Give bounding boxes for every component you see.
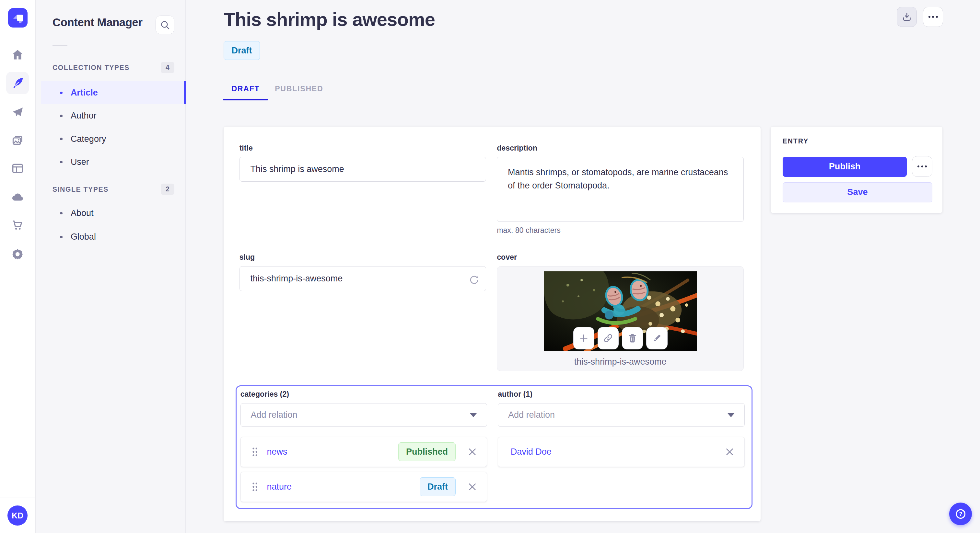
link-icon	[603, 333, 614, 344]
close-x-icon	[468, 447, 477, 457]
edit-form-card: title description Mantis shrimps, or sto…	[224, 127, 760, 521]
section-single-types: SINGLE TYPES	[52, 186, 108, 194]
author-label: author (1)	[498, 390, 533, 399]
remove-relation-button[interactable]	[466, 446, 478, 458]
download-icon	[901, 11, 913, 23]
nav-deploy-cloud[interactable]	[6, 186, 29, 209]
title-field-label: title	[240, 144, 253, 152]
ellipsis-icon	[918, 165, 927, 167]
bullet-icon	[60, 138, 62, 140]
remove-relation-button[interactable]	[466, 481, 478, 493]
publish-button[interactable]: Publish	[783, 157, 907, 177]
sidebar-divider	[52, 45, 67, 46]
close-x-icon	[725, 447, 734, 457]
slug-input[interactable]	[240, 266, 487, 291]
remove-relation-button[interactable]	[724, 446, 736, 458]
relation-status-badge: Published	[398, 443, 456, 461]
categories-add-relation-combobox[interactable]: Add relation	[240, 403, 487, 427]
relation-row-news: news Published	[240, 437, 487, 467]
sidebar-item-category[interactable]: Category	[41, 127, 185, 150]
sidebar-title: Content Manager	[52, 16, 143, 29]
nav-settings[interactable]	[6, 243, 29, 265]
description-textarea[interactable]: Mantis shrimps, or stomatopods, are mari…	[497, 157, 744, 222]
search-button[interactable]	[156, 16, 174, 34]
ellipsis-icon	[929, 16, 938, 18]
settings-gear-icon	[11, 247, 24, 261]
layout-icon	[11, 162, 24, 175]
cover-delete-button[interactable]	[622, 327, 643, 349]
relation-link-nature[interactable]: nature	[267, 482, 292, 492]
chevron-down-icon	[727, 413, 734, 417]
status-badge: Draft	[224, 41, 259, 60]
content-feather-icon	[11, 76, 24, 90]
home-icon	[11, 48, 24, 62]
content-manager-sidebar: Content Manager COLLECTION TYPES 4 Artic…	[36, 0, 186, 533]
more-actions-button[interactable]	[923, 7, 943, 27]
drag-handle-icon[interactable]	[252, 447, 258, 457]
drag-handle-icon[interactable]	[252, 482, 258, 492]
entry-panel-title: ENTRY	[783, 137, 809, 145]
nav-content-type-builder[interactable]	[6, 157, 29, 180]
title-input[interactable]	[240, 157, 487, 182]
plus-icon	[578, 333, 590, 344]
cover-add-button[interactable]	[573, 327, 595, 349]
section-collection-types: COLLECTION TYPES	[52, 64, 130, 71]
cloud-icon	[11, 190, 24, 204]
nav-home[interactable]	[6, 44, 29, 66]
entry-more-button[interactable]	[912, 156, 933, 177]
sidebar-item-user[interactable]: User	[41, 151, 185, 174]
chevron-down-icon	[470, 413, 477, 417]
svg-text:?: ?	[959, 511, 962, 517]
download-button[interactable]	[897, 7, 917, 27]
help-question-icon: ?	[955, 508, 967, 520]
collection-types-count: 4	[161, 62, 174, 73]
sidebar-item-global[interactable]: Global	[41, 225, 185, 248]
regenerate-slug-button[interactable]	[468, 273, 482, 287]
bullet-icon	[60, 212, 62, 215]
bullet-icon	[60, 161, 62, 163]
cart-icon	[11, 219, 24, 232]
cover-actions	[497, 327, 743, 349]
cover-field: this-shrimp-is-awesome	[497, 266, 744, 371]
sidebar-item-author[interactable]: Author	[41, 104, 185, 127]
strapi-app: KD Content Manager COLLECTION TYPES 4 Ar…	[0, 0, 980, 533]
description-hint: max. 80 characters	[497, 226, 561, 235]
categories-label: categories (2)	[240, 390, 289, 399]
relation-link-david-doe[interactable]: David Doe	[511, 447, 552, 457]
search-icon	[159, 19, 171, 31]
relation-row-nature: nature Draft	[240, 472, 487, 502]
nav-content-manager[interactable]	[6, 72, 29, 94]
description-field-label: description	[497, 144, 537, 152]
save-button[interactable]: Save	[783, 182, 933, 202]
primary-nav-footer: KD	[0, 497, 35, 533]
cover-copy-link-button[interactable]	[598, 327, 619, 349]
page-title: This shrimp is awesome	[224, 9, 435, 30]
bullet-icon	[60, 115, 62, 117]
nav-releases[interactable]	[6, 101, 29, 124]
close-x-icon	[468, 482, 477, 492]
strapi-logo[interactable]	[8, 8, 27, 27]
trash-icon	[627, 333, 638, 344]
bullet-icon	[60, 236, 62, 238]
cover-field-label: cover	[497, 253, 517, 262]
sidebar-item-about[interactable]: About	[41, 202, 185, 225]
author-add-relation-combobox[interactable]: Add relation	[498, 403, 745, 427]
help-button[interactable]: ?	[949, 503, 972, 525]
slug-field-label: slug	[240, 253, 255, 262]
sidebar-item-article[interactable]: Article	[41, 81, 185, 104]
relations-section: categories (2) Add relation news Publish…	[235, 385, 752, 509]
user-avatar[interactable]: KD	[8, 506, 27, 525]
relation-status-badge: Draft	[420, 477, 456, 496]
media-library-icon	[11, 134, 24, 148]
tab-draft[interactable]: DRAFT	[223, 78, 268, 100]
avatar-initials: KD	[12, 511, 23, 520]
cover-edit-button[interactable]	[646, 327, 668, 349]
single-types-count: 2	[161, 184, 174, 195]
nav-media-library[interactable]	[6, 129, 29, 152]
relation-link-news[interactable]: news	[267, 447, 288, 457]
tab-published[interactable]: PUBLISHED	[268, 78, 330, 100]
strapi-logo-icon	[11, 11, 25, 25]
nav-purchases[interactable]	[6, 214, 29, 236]
bullet-icon	[60, 92, 62, 94]
send-plane-icon	[11, 106, 24, 119]
